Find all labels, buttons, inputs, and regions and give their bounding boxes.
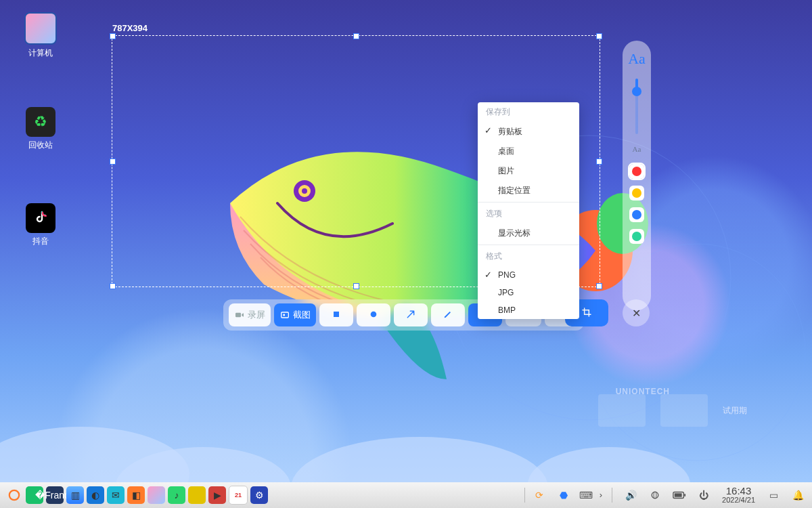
desktop-icon-trash[interactable]: ♻ 回收站: [12, 107, 69, 151]
rectangle-icon: [331, 309, 342, 322]
svg-point-17: [652, 492, 658, 499]
resize-handle-tr[interactable]: [596, 33, 602, 39]
tray-update-icon[interactable]: ⟳: [531, 486, 548, 504]
tool-pen-button[interactable]: [431, 303, 465, 326]
menu-section-options: 选项: [478, 204, 579, 224]
desktop-icon-computer[interactable]: 计算机: [12, 12, 69, 59]
taskbar-app-music[interactable]: ♪: [168, 486, 185, 504]
clock-time: 16:43: [722, 486, 755, 496]
trial-card: [598, 394, 646, 427]
crop-save-icon: [581, 307, 592, 320]
tray-power-icon[interactable]: ⏻: [695, 486, 713, 504]
menu-item-show-cursor[interactable]: 显示光标: [478, 224, 579, 243]
slider-thumb[interactable]: [632, 87, 641, 96]
color-swatch-yellow[interactable]: [629, 186, 644, 200]
taskbar-clock[interactable]: 16:43 2022/4/21: [722, 486, 755, 504]
desktop-icon-label: 计算机: [28, 48, 53, 58]
trial-label: 试用期: [723, 405, 747, 417]
svg-point-18: [654, 492, 656, 499]
taskbar-app-calendar[interactable]: 21: [229, 486, 248, 505]
launcher-button[interactable]: [5, 486, 23, 504]
desktop-icon-label: 回收站: [28, 140, 53, 150]
svg-rect-11: [235, 313, 241, 318]
pen-icon: [443, 309, 453, 322]
menu-item-bmp[interactable]: BMP: [478, 301, 579, 319]
menu-section-format: 格式: [478, 247, 579, 266]
menu-section-save: 保存到: [478, 102, 579, 122]
tray-notifications-icon[interactable]: 🔔: [789, 486, 807, 504]
taskbar: �França ▥ ◐ ✉ ◧ ♪ ▶ 21 ⚙ ⟳ ⬣ ⌨ › 🔊 ⏻ 16:…: [0, 482, 812, 508]
tool-rectangle-button[interactable]: [319, 303, 353, 326]
svg-rect-13: [283, 314, 285, 316]
svg-rect-14: [334, 312, 339, 317]
color-swatch-green[interactable]: [629, 229, 644, 244]
tray-chevron-icon[interactable]: ›: [600, 490, 602, 500]
resize-handle-r[interactable]: [596, 158, 602, 165]
taskbar-app-mail[interactable]: ✉: [107, 486, 125, 504]
taskbar-app-settings[interactable]: ⚙: [250, 486, 268, 504]
taskbar-app-4[interactable]: [188, 486, 206, 504]
resize-handle-bl[interactable]: [110, 283, 116, 289]
trial-card: [660, 394, 708, 427]
selection-size-label: 787X394: [112, 23, 148, 33]
record-button[interactable]: 录屏: [229, 303, 271, 326]
menu-item-png[interactable]: PNG: [478, 266, 579, 284]
font-size-large-label: Aa: [628, 50, 646, 68]
taskbar-app-files[interactable]: ▥: [66, 486, 84, 504]
record-button-label: 录屏: [248, 309, 265, 321]
system-tray: ⟳ ⬣ ⌨ › 🔊 ⏻ 16:43 2022/4/21 ▭ 🔔: [531, 486, 807, 504]
clock-date: 2022/4/21: [722, 496, 755, 505]
taskbar-app-3[interactable]: [148, 486, 165, 504]
svg-point-16: [9, 490, 19, 500]
tray-battery-icon[interactable]: [671, 486, 688, 504]
tray-keyboard-icon[interactable]: ⌨: [579, 486, 593, 504]
menu-item-clipboard[interactable]: 剪贴板: [478, 122, 579, 142]
menu-item-custom-path[interactable]: 指定位置: [478, 181, 579, 200]
font-size-small-label: Aa: [633, 145, 641, 153]
text-tool-panel: Aa Aa: [623, 41, 651, 310]
taskbar-app-video[interactable]: ▶: [208, 486, 226, 504]
screenshot-button-label: 截图: [293, 309, 311, 321]
taskbar-app-browser[interactable]: ◐: [87, 486, 104, 504]
options-menu: 保存到 剪贴板 桌面 图片 指定位置 选项 显示光标 格式 PNG JPG BM…: [478, 102, 579, 319]
resize-handle-b[interactable]: [353, 283, 359, 289]
svg-rect-20: [675, 493, 682, 496]
tray-shield-icon[interactable]: ⬣: [555, 486, 572, 504]
desktop-icon-douyin[interactable]: 抖音: [12, 203, 69, 247]
menu-item-pictures[interactable]: 图片: [478, 161, 579, 181]
font-size-slider[interactable]: [635, 79, 638, 134]
taskbar-app-wechat[interactable]: �França: [46, 486, 64, 504]
tray-network-icon[interactable]: [646, 486, 664, 504]
color-swatch-red[interactable]: [629, 164, 644, 179]
trial-widget: 试用期: [598, 394, 747, 427]
resize-handle-br[interactable]: [596, 283, 602, 289]
tool-ellipse-button[interactable]: [357, 303, 390, 326]
resize-handle-t[interactable]: [353, 33, 359, 39]
screenshot-button[interactable]: 截图: [274, 303, 316, 326]
taskbar-app-store[interactable]: ◧: [127, 486, 145, 504]
menu-item-desktop[interactable]: 桌面: [478, 142, 579, 161]
tray-desktop-icon[interactable]: ▭: [765, 486, 782, 504]
tray-volume-icon[interactable]: 🔊: [622, 486, 639, 504]
arrow-icon: [405, 309, 416, 322]
tool-arrow-button[interactable]: [394, 303, 428, 326]
ellipse-icon: [368, 309, 379, 322]
svg-point-15: [371, 311, 377, 317]
resize-handle-l[interactable]: [110, 158, 116, 165]
svg-rect-21: [684, 494, 685, 496]
menu-item-jpg[interactable]: JPG: [478, 284, 579, 301]
resize-handle-tl[interactable]: [110, 33, 116, 39]
color-swatch-blue[interactable]: [629, 207, 644, 222]
desktop-icon-label: 抖音: [32, 236, 49, 246]
